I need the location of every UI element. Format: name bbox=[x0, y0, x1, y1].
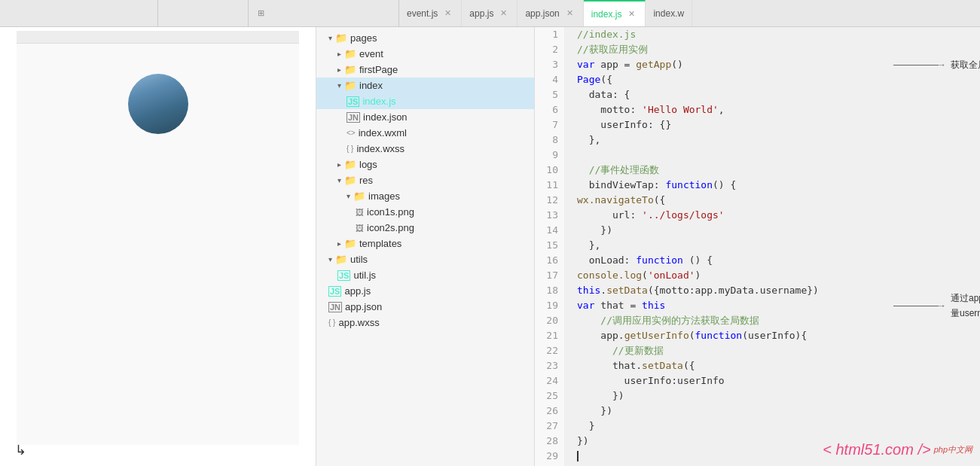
code-line-8: }, bbox=[577, 132, 968, 148]
tree-item-firstpage[interactable]: ▸ 📁 firstPage bbox=[316, 62, 534, 78]
file-appjs-label: app.js bbox=[344, 285, 371, 297]
chevron-logs: ▸ bbox=[337, 160, 341, 169]
code-line-13: url: '../logs/logs' bbox=[577, 208, 968, 223]
chevron-pages: ▾ bbox=[328, 34, 332, 42]
folder-templates-label: templates bbox=[359, 238, 401, 249]
tree-item-app-wxss[interactable]: { } app.wxss bbox=[316, 315, 534, 330]
tree-item-icon1[interactable]: 🖼 icon1s.png bbox=[316, 204, 534, 220]
tree-item-index-wxss[interactable]: { } index.wxss bbox=[316, 141, 534, 157]
folder-utils-label: utils bbox=[350, 254, 368, 265]
file-icon2-icon: 🖼 bbox=[356, 224, 364, 233]
device-selector[interactable] bbox=[0, 0, 158, 26]
close-index-js[interactable]: ✕ bbox=[626, 8, 637, 20]
tree-item-utils[interactable]: ▾ 📁 utils bbox=[316, 251, 534, 267]
tree-item-app-json[interactable]: JN app.json bbox=[316, 299, 534, 315]
file-icon1-icon: 🖼 bbox=[356, 208, 364, 217]
tree-item-icon2[interactable]: 🖼 icon2s.png bbox=[316, 220, 534, 236]
annotation-arrow-area: ↳ bbox=[15, 442, 29, 458]
tree-item-app-js[interactable]: JS app.js bbox=[316, 283, 534, 299]
phone-panel: ↳ bbox=[0, 27, 316, 466]
file-appwxss-icon: { } bbox=[328, 318, 335, 327]
chevron-firstpage: ▸ bbox=[337, 65, 341, 74]
ln-2: 2 bbox=[541, 42, 558, 57]
folder-images-label: images bbox=[368, 190, 400, 202]
close-app-json[interactable]: ✕ bbox=[564, 8, 575, 19]
code-line-20: //调用应用实例的方法获取全局数据 bbox=[577, 313, 968, 328]
code-line-10: //事件处理函数 bbox=[577, 163, 968, 178]
ln-11: 11 bbox=[541, 178, 558, 193]
ln-17: 17 bbox=[541, 268, 558, 283]
tree-item-res[interactable]: ▾ 📁 res bbox=[316, 172, 534, 188]
folder-event-label: event bbox=[359, 48, 383, 59]
folder-logs-icon: 📁 bbox=[344, 159, 356, 170]
ln-5: 5 bbox=[541, 87, 558, 102]
ln-8: 8 bbox=[541, 132, 558, 148]
folder-res-icon: 📁 bbox=[344, 175, 356, 186]
tab-app-js[interactable]: app.js ✕ bbox=[462, 0, 517, 26]
ln-18: 18 bbox=[541, 283, 558, 298]
tab-index-w[interactable]: index.w bbox=[646, 0, 692, 26]
folder-index-label: index bbox=[359, 80, 383, 91]
folder-res-label: res bbox=[359, 175, 373, 186]
code-line-21: app.getUserInfo(function(userInfo){ bbox=[577, 328, 968, 343]
tree-item-index-wxml[interactable]: <> index.wxml bbox=[316, 125, 534, 141]
phone-screen bbox=[17, 31, 299, 445]
ln-16: 16 bbox=[541, 253, 558, 268]
tab-app-json[interactable]: app.json ✕ bbox=[517, 0, 583, 26]
close-event-js[interactable]: ✕ bbox=[442, 8, 453, 19]
folder-pages-icon: 📁 bbox=[335, 32, 347, 44]
tree-item-util-js[interactable]: JS util.js bbox=[316, 267, 534, 283]
chevron-templates: ▸ bbox=[337, 239, 341, 248]
arrow-curve-icon: ↳ bbox=[15, 442, 26, 458]
code-line-12: wx.navigateTo({ bbox=[577, 193, 968, 208]
code-line-4: Page({ bbox=[577, 72, 968, 87]
code-line-5: data: { bbox=[577, 87, 968, 102]
top-bar: ⊞ event.js ✕ app.js ✕ app.json ✕ index.j… bbox=[0, 0, 980, 27]
ln-3: 3 bbox=[541, 57, 558, 72]
tree-item-pages[interactable]: ▾ 📁 pages bbox=[316, 30, 534, 46]
tab-index-js[interactable]: index.js ✕ bbox=[584, 0, 646, 26]
ln-23: 23 bbox=[541, 358, 558, 373]
tree-item-index-js[interactable]: JS index.js bbox=[316, 93, 534, 109]
file-appjs-icon: JS bbox=[328, 286, 341, 297]
file-icon2-label: icon2s.png bbox=[367, 222, 414, 233]
file-tree: ▾ 📁 pages ▸ 📁 event ▸ 📁 firstPage ▾ 📁 in… bbox=[316, 27, 535, 466]
tree-item-templates[interactable]: ▸ 📁 templates bbox=[316, 236, 534, 251]
ln-1: 1 bbox=[541, 27, 558, 42]
ln-7: 7 bbox=[541, 117, 558, 132]
code-editor[interactable]: 1 2 3 4 5 6 7 8 9 10 11 12 13 14 15 16 1… bbox=[535, 27, 980, 466]
tree-item-images[interactable]: ▾ 📁 images bbox=[316, 188, 534, 204]
wifi-selector[interactable] bbox=[158, 0, 249, 26]
code-line-24: userInfo:userInfo bbox=[577, 373, 968, 388]
code-content[interactable]: //index.js//获取应用实例var app = getApp()→获取全… bbox=[565, 27, 980, 466]
ln-15: 15 bbox=[541, 238, 558, 253]
watermark-text: < html51.com /> bbox=[823, 441, 930, 458]
ln-12: 12 bbox=[541, 193, 558, 208]
ln-13: 13 bbox=[541, 208, 558, 223]
chevron-res: ▾ bbox=[337, 176, 341, 184]
tab-event-js[interactable]: event.js ✕ bbox=[399, 0, 462, 26]
code-line-26: }) bbox=[577, 404, 968, 419]
annotation-3: →获取全局app bbox=[893, 57, 980, 72]
ln-26: 26 bbox=[541, 404, 558, 419]
project-tab[interactable]: ⊞ bbox=[249, 0, 399, 26]
code-line-3: var app = getApp()→获取全局app bbox=[577, 57, 968, 72]
file-indexjs-icon: JS bbox=[347, 96, 359, 107]
tree-item-event[interactable]: ▸ 📁 event bbox=[316, 46, 534, 62]
folder-event-icon: 📁 bbox=[344, 48, 356, 59]
watermark: < html51.com /> php中文网 bbox=[823, 441, 972, 458]
cursor bbox=[577, 451, 579, 461]
ln-22: 22 bbox=[541, 343, 558, 358]
tree-item-logs[interactable]: ▸ 📁 logs bbox=[316, 157, 534, 172]
ln-27: 27 bbox=[541, 419, 558, 434]
tree-item-index[interactable]: ▾ 📁 index bbox=[316, 78, 534, 93]
line-numbers: 1 2 3 4 5 6 7 8 9 10 11 12 13 14 15 16 1… bbox=[535, 27, 565, 466]
close-app-js[interactable]: ✕ bbox=[498, 8, 509, 19]
chevron-event: ▸ bbox=[337, 50, 341, 58]
code-line-16: onLoad: function () { bbox=[577, 253, 968, 268]
tree-item-index-json[interactable]: JN index.json bbox=[316, 109, 534, 125]
code-line-15: }, bbox=[577, 238, 968, 253]
file-indexwxml-icon: <> bbox=[347, 129, 356, 137]
ln-6: 6 bbox=[541, 102, 558, 117]
avatar bbox=[128, 74, 188, 134]
